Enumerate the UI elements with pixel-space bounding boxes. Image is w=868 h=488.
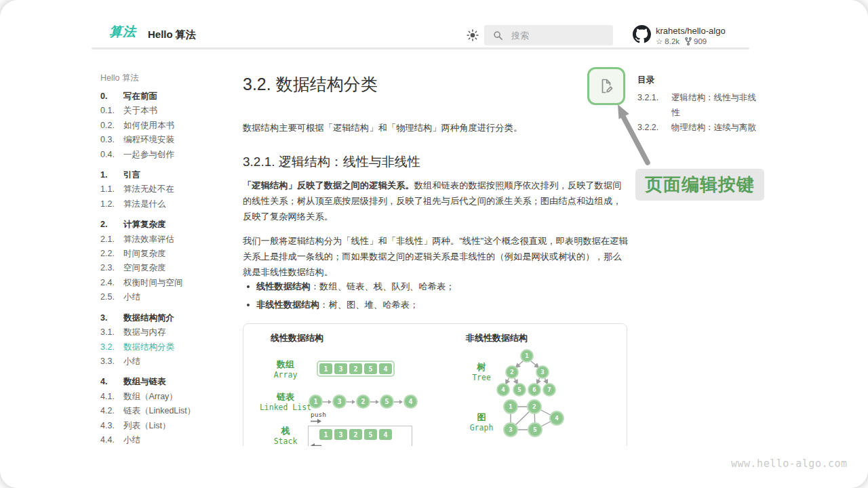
- stack-container: 1 3 2 5 4: [308, 426, 412, 446]
- graph-node-label: 4: [555, 415, 559, 422]
- page-card: 算法 Hello 算法 krahets/hello-algo ☆ 8.2k: [0, 0, 868, 488]
- item-number: 1.: [100, 168, 123, 182]
- sidebar-item-4-4[interactable]: 4.4.小结: [100, 433, 233, 447]
- graph-node-label: 5: [533, 426, 536, 433]
- repo-stats: ☆ 8.2k 909: [656, 37, 707, 46]
- star-count: 8.2k: [665, 37, 679, 45]
- toc-title: 目录: [637, 75, 760, 85]
- fork-count: 909: [694, 37, 707, 45]
- item-label: 链表（LinkedList）: [123, 404, 195, 418]
- push-label: push: [311, 411, 326, 418]
- sidebar-item-0-1[interactable]: 0.1.关于本书: [100, 104, 233, 118]
- item-number: 2.2.: [100, 247, 123, 261]
- bullet-bold: 线性数据结构: [256, 281, 311, 291]
- link-arrow-icon: [370, 399, 380, 405]
- item-label: 如何使用本书: [123, 119, 174, 133]
- intro-paragraph: 数据结构主要可根据「逻辑结构」和「物理结构」两种角度进行分类。: [243, 120, 629, 136]
- tree-node-label: 2: [510, 369, 513, 375]
- sidebar-section-1[interactable]: 1.引言: [100, 168, 233, 182]
- stack-cell: 2: [349, 429, 362, 440]
- list-node: 2: [356, 394, 370, 409]
- sidebar-item-4-2[interactable]: 4.2.链表（LinkedList）: [100, 404, 233, 418]
- item-label: 编程环境安装: [123, 133, 174, 147]
- array-cell: 3: [334, 363, 347, 374]
- tree-node-label: 7: [547, 386, 551, 393]
- stack-cell: 5: [364, 429, 377, 440]
- github-icon: [633, 25, 651, 43]
- figure-clip: 线性数据结构 非线性数据结构 数组 Array 1 3 2 5 4 链表 Lin…: [243, 323, 629, 446]
- stack-cell: 1: [319, 429, 332, 440]
- item-number: 2.: [100, 218, 123, 232]
- sidebar-item-4-1[interactable]: 4.1.数组（Array）: [100, 390, 233, 404]
- search-input[interactable]: [484, 25, 613, 45]
- graph-node-label: 3: [509, 426, 512, 433]
- item-label: 权衡时间与空间: [123, 276, 183, 290]
- item-number: 1.2.: [100, 197, 123, 211]
- array-cell: 1: [319, 363, 332, 374]
- search-box: [484, 25, 613, 45]
- stack-cell: 3: [334, 429, 347, 440]
- logic-structure-paragraph: 「逻辑结构」反映了数据之间的逻辑关系。数组和链表的数据按照顺序依次排列，反映了数…: [243, 178, 629, 224]
- item-number: 3.3.: [100, 354, 123, 369]
- stack-cell: 4: [379, 429, 392, 440]
- link-arrow-icon: [347, 399, 356, 405]
- sidebar-section-0[interactable]: 0.写在前面: [100, 89, 233, 104]
- watermark-url: www.hello-algo.com: [731, 458, 848, 470]
- sidebar-item-0-4[interactable]: 0.4.一起参与创作: [100, 148, 233, 162]
- item-number: 0.1.: [100, 104, 123, 118]
- sidebar-item-2-5[interactable]: 2.5.小结: [100, 290, 233, 304]
- bullet-dot: [247, 304, 250, 306]
- sidebar-item-2-4[interactable]: 2.4.权衡时间与空间: [100, 276, 233, 290]
- site-title[interactable]: Hello 算法: [148, 28, 196, 41]
- item-number: 3.2.: [100, 340, 123, 354]
- data-structure-figure: 线性数据结构 非线性数据结构 数组 Array 1 3 2 5 4 链表 Lin…: [243, 323, 627, 446]
- site-logo[interactable]: 算法: [109, 23, 136, 41]
- item-number: 4.3.: [100, 419, 123, 433]
- item-label: 写在前面: [123, 89, 157, 104]
- item-label: 数据结构分类: [123, 340, 174, 354]
- sidebar-item-2-3[interactable]: 2.3.空间复杂度: [100, 261, 233, 275]
- edit-icon: [598, 78, 614, 94]
- sidebar-section-3[interactable]: 3.数据结构简介: [100, 311, 233, 325]
- tree-node-label: 4: [501, 386, 505, 393]
- sidebar-item-2-1[interactable]: 2.1.算法效率评估: [100, 232, 233, 247]
- sidebar-item-3-2-active[interactable]: 3.2.数据结构分类: [100, 340, 233, 354]
- sidebar-nav: Hello 算法 0.写在前面 0.1.关于本书 0.2.如何使用本书 0.3.…: [100, 73, 233, 447]
- theme-toggle-button[interactable]: [466, 28, 479, 42]
- item-label: 时间复杂度: [123, 247, 166, 261]
- item-label: 计算复杂度: [123, 218, 166, 232]
- array-cell: 4: [379, 363, 392, 374]
- graph-node-label: 1: [509, 403, 512, 410]
- sidebar-item-0-2[interactable]: 0.2.如何使用本书: [100, 119, 233, 133]
- bullet-nonlinear: 非线性数据结构：树、图、堆、哈希表；: [247, 299, 627, 311]
- push-arrow-icon: [311, 419, 321, 424]
- item-number: 0.3.: [100, 133, 123, 147]
- bullet-rest: ：数组、链表、栈、队列、哈希表；: [311, 281, 455, 291]
- link-arrow-icon: [394, 399, 403, 405]
- sidebar-item-1-2[interactable]: 1.2.算法是什么: [100, 197, 233, 211]
- sidebar-item-2-2[interactable]: 2.2.时间复杂度: [100, 247, 233, 261]
- sidebar-item-4-3[interactable]: 4.3.列表（List）: [100, 419, 233, 433]
- sidebar-item-3-1[interactable]: 3.1.数据与内存: [100, 325, 233, 340]
- item-label: 数据结构简介: [123, 311, 174, 325]
- item-number: 4.2.: [100, 404, 123, 418]
- annotation-label: 页面编辑按键: [635, 169, 764, 201]
- fork-icon: [685, 37, 692, 45]
- sidebar-root-label: Hello 算法: [100, 73, 233, 83]
- sidebar-item-3-3[interactable]: 3.3.小结: [100, 354, 233, 369]
- item-label: 算法是什么: [123, 197, 166, 211]
- repo-name: krahets/hello-algo: [656, 26, 726, 36]
- annotation-arrow: [593, 98, 682, 173]
- item-label: 算法效率评估: [123, 232, 174, 247]
- figure-linear-title: 线性数据结构: [271, 332, 323, 344]
- graph-node-label: 2: [532, 403, 536, 410]
- tree-diagram: 1 2 3 4 5 6 7: [483, 348, 571, 400]
- sidebar-section-2[interactable]: 2.计算复杂度: [100, 218, 233, 232]
- sidebar-section-4[interactable]: 4.数组与链表: [100, 375, 233, 389]
- sun-icon: [466, 28, 479, 42]
- sidebar-item-1-1[interactable]: 1.1.算法无处不在: [100, 182, 233, 197]
- sidebar-item-0-3[interactable]: 0.3.编程环境安装: [100, 133, 233, 147]
- github-repo-link[interactable]: krahets/hello-algo ☆ 8.2k 909: [633, 25, 748, 48]
- bullet-rest: ：树、图、堆、哈希表；: [319, 300, 418, 310]
- linked-list-nodes: 1 3 2 5 4: [309, 394, 418, 409]
